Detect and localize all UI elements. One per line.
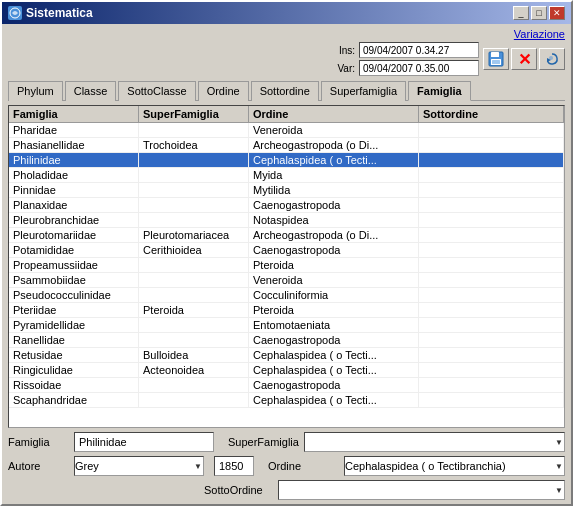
table-row[interactable]: Planaxidae Caenogastropoda [9, 198, 564, 213]
cell-famiglia: Planaxidae [9, 198, 139, 212]
table-row[interactable]: Propeamussiidae Pteroida [9, 258, 564, 273]
table-row[interactable]: Ringiculidae Acteonoidea Cephalaspidea (… [9, 363, 564, 378]
cell-superfamiglia [139, 213, 249, 227]
cell-sottordine [419, 198, 564, 212]
sottordine-select[interactable] [278, 480, 565, 500]
svg-rect-2 [491, 52, 499, 57]
cell-ordine: Caenogastropoda [249, 243, 419, 257]
table-row[interactable]: Potamididae Cerithioidea Caenogastropoda [9, 243, 564, 258]
autore-select[interactable]: Grey [74, 456, 204, 476]
cell-superfamiglia [139, 183, 249, 197]
cell-ordine: Cephalaspidea ( o Tecti... [249, 363, 419, 377]
autore-label: Autore [8, 460, 68, 472]
tab-ordine[interactable]: Ordine [198, 81, 249, 101]
cell-ordine: Cephalaspidea ( o Tecti... [249, 393, 419, 407]
tab-sottordine[interactable]: Sottordine [251, 81, 319, 101]
famiglia-input[interactable] [74, 432, 214, 452]
cell-superfamiglia: Cerithioidea [139, 243, 249, 257]
date-fields: Ins: Var: [335, 42, 479, 76]
save-button[interactable] [483, 48, 509, 70]
cell-famiglia: Ringiculidae [9, 363, 139, 377]
table-row[interactable]: Retusidae Bulloidea Cephalaspidea ( o Te… [9, 348, 564, 363]
cell-sottordine [419, 153, 564, 167]
cell-ordine: Myida [249, 168, 419, 182]
maximize-button[interactable]: □ [531, 6, 547, 20]
table-row[interactable]: Rissoidae Caenogastropoda [9, 378, 564, 393]
bottom-form: Famiglia SuperFamiglia Autore Grey Ordi [8, 432, 565, 500]
minimize-button[interactable]: _ [513, 6, 529, 20]
title-buttons: _ □ ✕ [513, 6, 565, 20]
tab-famiglia[interactable]: Famiglia [408, 81, 471, 101]
table-row[interactable]: Pteriidae Pteroida Pteroida [9, 303, 564, 318]
table-row[interactable]: Pinnidae Mytilida [9, 183, 564, 198]
cell-sottordine [419, 183, 564, 197]
cell-famiglia: Scaphandridae [9, 393, 139, 407]
cell-superfamiglia [139, 123, 249, 137]
table-body-wrapper: Pharidae Veneroida Phasianellidae Trocho… [9, 123, 564, 427]
cell-sottordine [419, 273, 564, 287]
cell-sottordine [419, 288, 564, 302]
cell-famiglia: Rissoidae [9, 378, 139, 392]
delete-button[interactable]: ✕ [511, 48, 537, 70]
table-row[interactable]: Pyramidellidae Entomotaeniata [9, 318, 564, 333]
cell-sottordine [419, 318, 564, 332]
table-body: Pharidae Veneroida Phasianellidae Trocho… [9, 123, 564, 427]
cell-famiglia: Pseudococculinidae [9, 288, 139, 302]
ordine-select[interactable]: Cephalaspidea ( o Tectibranchia) [344, 456, 565, 476]
cell-ordine: Pteroida [249, 303, 419, 317]
cell-superfamiglia: Bulloidea [139, 348, 249, 362]
ordine-select-wrapper: Cephalaspidea ( o Tectibranchia) [344, 456, 565, 476]
table-row[interactable]: Scaphandridae Cephalaspidea ( o Tecti... [9, 393, 564, 408]
superfamiglia-select-wrapper [304, 432, 565, 452]
cell-superfamiglia: Acteonoidea [139, 363, 249, 377]
ordine-label: Ordine [268, 460, 338, 472]
table-row[interactable]: Pleurobranchidae Notaspidea [9, 213, 564, 228]
cell-famiglia: Propeamussiidae [9, 258, 139, 272]
table-row[interactable]: Pleurotomariidae Pleurotomariacea Archeo… [9, 228, 564, 243]
close-button[interactable]: ✕ [549, 6, 565, 20]
table-row[interactable]: Pholadidae Myida [9, 168, 564, 183]
cell-ordine: Caenogastropoda [249, 333, 419, 347]
table-row[interactable]: Psammobiidae Veneroida [9, 273, 564, 288]
superfamiglia-label: SuperFamiglia [228, 436, 298, 448]
tab-phylum[interactable]: Phylum [8, 81, 63, 101]
cell-ordine: Caenogastropoda [249, 378, 419, 392]
header-sottordine: Sottordine [419, 106, 564, 122]
superfamiglia-select[interactable] [304, 432, 565, 452]
var-input[interactable] [359, 60, 479, 76]
table-row[interactable]: Philinidae Cephalaspidea ( o Tecti... [9, 153, 564, 168]
cell-superfamiglia [139, 288, 249, 302]
variazione-link[interactable]: Variazione [514, 28, 565, 40]
table-header: Famiglia SuperFamiglia Ordine Sottordine [9, 106, 564, 123]
cell-famiglia: Philinidae [9, 153, 139, 167]
table-row[interactable]: Ranellidae Caenogastropoda [9, 333, 564, 348]
form-row-3: SottoOrdine [8, 480, 565, 500]
cell-superfamiglia [139, 393, 249, 407]
var-row: Var: [335, 60, 479, 76]
window-content: Variazione Ins: Var: [2, 24, 571, 504]
cell-superfamiglia [139, 168, 249, 182]
title-bar: Sistematica _ □ ✕ [2, 2, 571, 24]
cell-ordine: Cephalaspidea ( o Tecti... [249, 153, 419, 167]
table-row[interactable]: Pharidae Veneroida [9, 123, 564, 138]
table-row[interactable]: Pseudococculinidae Cocculiniformia [9, 288, 564, 303]
svg-rect-6 [549, 56, 553, 60]
refresh-button[interactable] [539, 48, 565, 70]
tab-sottoclasse[interactable]: SottoClasse [118, 81, 195, 101]
cell-superfamiglia: Pteroida [139, 303, 249, 317]
sottordine-select-wrapper [278, 480, 565, 500]
cell-sottordine [419, 258, 564, 272]
ins-input[interactable] [359, 42, 479, 58]
cell-superfamiglia [139, 318, 249, 332]
tab-classe[interactable]: Classe [65, 81, 117, 101]
cell-sottordine [419, 138, 564, 152]
year-input[interactable] [214, 456, 254, 476]
table-row[interactable]: Phasianellidae Trochoidea Archeogastropo… [9, 138, 564, 153]
cell-sottordine [419, 393, 564, 407]
cell-superfamiglia [139, 198, 249, 212]
tab-superfamiglia[interactable]: Superfamiglia [321, 81, 406, 101]
cell-sottordine [419, 213, 564, 227]
toolbar-btn-row: ✕ [483, 48, 565, 70]
cell-famiglia: Retusidae [9, 348, 139, 362]
form-row-1: Famiglia SuperFamiglia [8, 432, 565, 452]
